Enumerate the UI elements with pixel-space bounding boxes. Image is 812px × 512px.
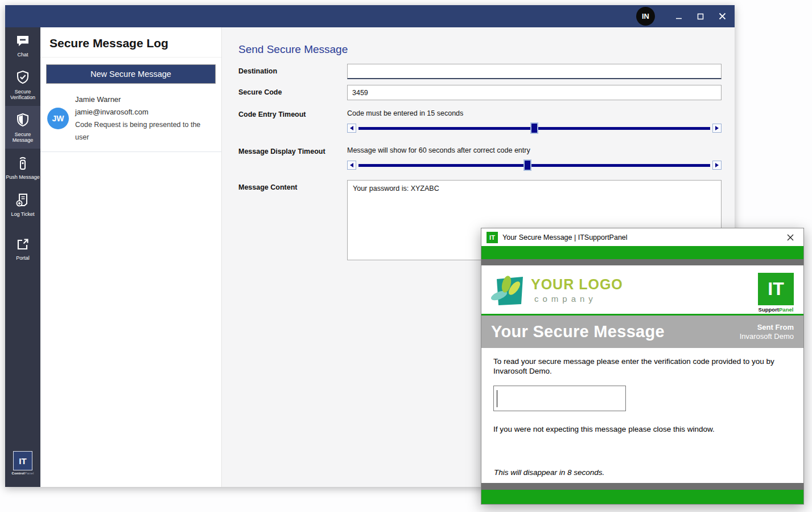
warning-text: If you were not expecting this message p…: [493, 425, 792, 433]
sidebar-item-secure-verification[interactable]: Secure Verification: [5, 63, 40, 106]
entry-email: jamie@invarosoft.com: [75, 106, 213, 118]
slider-track[interactable]: [358, 164, 710, 167]
secure-message-header: Your Secure Message Sent From Invarosoft…: [481, 316, 803, 348]
shield-check-icon: [16, 70, 30, 85]
countdown-text: This will disappear in 8 seconds.: [494, 468, 604, 477]
left-triangle-icon: [350, 163, 353, 167]
log-ticket-icon: [15, 192, 30, 207]
external-link-icon: [16, 237, 30, 251]
slider-track[interactable]: [358, 127, 710, 130]
it-badge: IT: [758, 273, 794, 305]
close-button[interactable]: [718, 12, 727, 21]
it-logo-square: IT: [13, 451, 32, 470]
itsupportpanel-logo: IT SupportPanel: [758, 273, 794, 313]
message-display-timeout-label: Message Display Timeout: [238, 144, 347, 171]
log-entry-jamie-warner[interactable]: JW Jamie Warner jamie@invarosoft.com Cod…: [40, 86, 221, 152]
window-titlebar[interactable]: IN: [5, 5, 735, 27]
brand-band: YOUR LOGO company IT SupportPanel: [481, 265, 803, 314]
text-caret: [497, 390, 497, 407]
right-triangle-icon: [715, 163, 719, 167]
slider-thumb[interactable]: [530, 122, 538, 134]
message-content-label: Message Content: [238, 180, 347, 263]
sidebar-item-log-ticket[interactable]: Log Ticket: [5, 186, 40, 223]
log-panel-title: Secure Message Log: [50, 36, 212, 50]
entry-status: Code Request is being presented to the u…: [75, 118, 213, 144]
top-gray-bar: [481, 259, 803, 265]
bottom-green-bar: [481, 490, 803, 504]
desktop: IN Chat: [0, 0, 812, 512]
destination-input[interactable]: [347, 64, 722, 79]
secure-message-popup-window: IT Your Secure Message | ITSupportPanel …: [481, 228, 804, 505]
code-entry-timeout-slider: [347, 122, 722, 134]
secure-message-log-panel: Secure Message Log New Secure Message JW…: [40, 27, 222, 487]
bottom-gray-bar: [481, 483, 803, 490]
sidebar-item-portal[interactable]: Portal: [5, 231, 40, 267]
maximize-button[interactable]: [696, 12, 705, 21]
secure-code-input[interactable]: [347, 85, 722, 100]
slider-right-arrow-button[interactable]: [712, 124, 722, 133]
slider-thumb[interactable]: [524, 159, 531, 171]
log-panel-header: Secure Message Log: [40, 27, 221, 58]
your-logo-company-logo: YOUR LOGO company: [491, 273, 623, 307]
brand-secondary-text: company: [534, 294, 623, 304]
popup-titlebar[interactable]: IT Your Secure Message | ITSupportPanel: [481, 228, 803, 246]
code-entry-timeout-caption: Code must be entered in 15 seconds: [347, 109, 722, 117]
code-entry-timeout-label: Code Entry Timeout: [238, 107, 347, 134]
slider-left-arrow-button[interactable]: [347, 124, 356, 133]
sent-from-value: Invarosoft Demo: [740, 332, 794, 341]
sent-from-label: Sent From: [740, 323, 794, 332]
brand-primary-text: YOUR LOGO: [531, 276, 623, 293]
sent-from-block: Sent From Invarosoft Demo: [740, 323, 794, 341]
popup-body: To read your secure message please enter…: [481, 348, 803, 483]
sidebar: Chat Secure Verification Secure Message: [5, 27, 40, 487]
chat-icon: [15, 34, 30, 48]
entry-name: Jamie Warner: [75, 93, 213, 106]
close-icon: [786, 234, 794, 241]
destination-label: Destination: [238, 64, 347, 79]
it-controlpanel-logo: IT ControlPanel: [5, 451, 40, 480]
left-triangle-icon: [350, 126, 353, 130]
minimize-button[interactable]: [674, 12, 683, 21]
sidebar-item-secure-message[interactable]: Secure Message: [5, 106, 40, 149]
shield-half-icon: [16, 113, 30, 128]
minimize-icon: [675, 13, 682, 20]
window-controls: [674, 5, 727, 27]
close-icon: [719, 13, 726, 20]
message-display-timeout-caption: Message will show for 60 seconds after c…: [347, 146, 722, 154]
itsupportpanel-titlebar-icon: IT: [487, 232, 498, 243]
instruction-text: To read your secure message please enter…: [493, 357, 798, 376]
top-green-bar: [481, 246, 803, 259]
leaf-logo-icon: [491, 273, 526, 307]
new-secure-message-button[interactable]: New Secure Message: [46, 64, 216, 84]
sidebar-item-push-message[interactable]: Push Message: [5, 149, 40, 186]
verification-code-input[interactable]: [493, 386, 626, 411]
popup-title: Your Secure Message | ITSupportPanel: [502, 234, 628, 241]
slider-left-arrow-button[interactable]: [347, 161, 356, 170]
secure-code-label: Secure Code: [238, 85, 347, 100]
secure-message-title: Your Secure Message: [491, 322, 665, 341]
avatar: JW: [47, 108, 69, 129]
form-title: Send Secure Message: [238, 43, 735, 56]
right-triangle-icon: [715, 126, 719, 130]
maximize-icon: [697, 13, 704, 20]
push-remote-icon: [16, 155, 30, 170]
message-display-timeout-slider: [347, 159, 722, 171]
popup-close-button[interactable]: [782, 228, 798, 246]
slider-right-arrow-button[interactable]: [712, 161, 722, 170]
sidebar-item-chat[interactable]: Chat: [5, 27, 40, 63]
user-initials-badge[interactable]: IN: [636, 7, 655, 26]
